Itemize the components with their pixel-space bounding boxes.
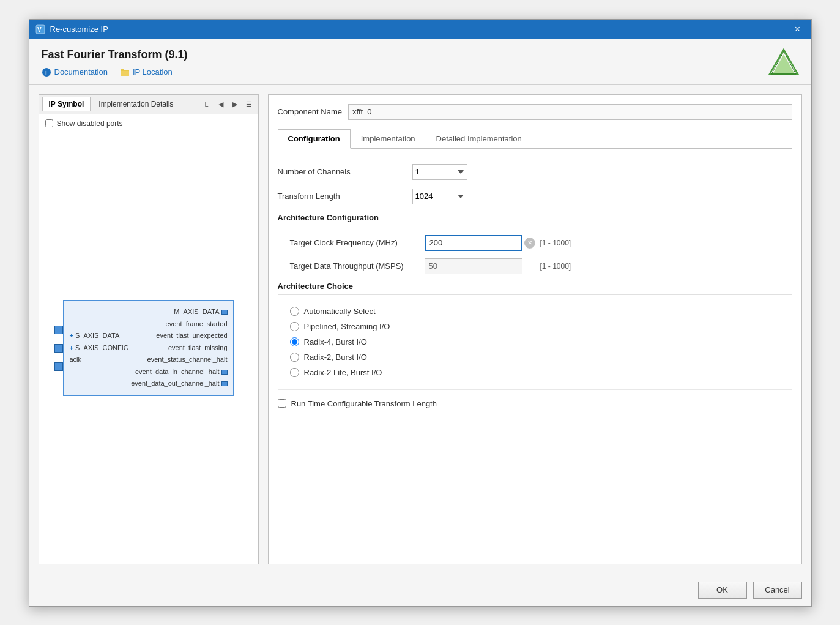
- component-name-input[interactable]: [348, 104, 792, 120]
- port-aclk: aclk: [70, 354, 82, 365]
- radio-radix4-label[interactable]: Radix-4, Burst I/O: [304, 337, 367, 346]
- title-bar-left: V Re-customize IP: [35, 24, 108, 34]
- target-clock-input[interactable]: [425, 235, 522, 251]
- header-area: Fast Fourier Transform (9.1) i Documenta…: [29, 39, 811, 85]
- panel-tab-icons: L ◀ ▶ ☰: [201, 98, 255, 110]
- radio-auto-label[interactable]: Automatically Select: [304, 307, 376, 316]
- bottom-bar: OK Cancel: [29, 574, 811, 606]
- ip-row-data-in: event_data_in_channel_halt: [67, 366, 230, 378]
- port-conn-data-out: [221, 381, 228, 386]
- transform-length-label: Transform Length: [278, 192, 412, 201]
- tab-implementation-details[interactable]: Implementation Details: [92, 97, 180, 111]
- radio-auto: Automatically Select: [278, 304, 792, 319]
- radio-radix2-label[interactable]: Radix-2, Burst I/O: [304, 353, 367, 362]
- port-event-status: event_status_channel_halt: [147, 354, 228, 365]
- radio-radix2-input[interactable]: [290, 353, 299, 362]
- runtime-config-row: Run Time Configurable Transform Length: [278, 389, 792, 411]
- runtime-config-checkbox[interactable]: [278, 399, 286, 408]
- radio-pipelined-label[interactable]: Pipelined, Streaming I/O: [304, 322, 390, 331]
- nav-menu-icon[interactable]: ☰: [243, 98, 255, 110]
- tab-configuration[interactable]: Configuration: [278, 129, 351, 149]
- svg-rect-5: [121, 71, 129, 76]
- header-left: Fast Fourier Transform (9.1) i Documenta…: [42, 48, 188, 84]
- radio-radix2lite-input[interactable]: [290, 368, 299, 377]
- close-button[interactable]: ×: [790, 22, 805, 37]
- tab-implementation[interactable]: Implementation: [351, 129, 426, 149]
- radio-radix2lite: Radix-2 Lite, Burst I/O: [278, 365, 792, 380]
- arch-choice-title: Architecture Choice: [278, 282, 792, 295]
- documentation-link[interactable]: i Documentation: [42, 67, 108, 77]
- radio-radix4-input[interactable]: [290, 337, 299, 346]
- right-panel: Component Name Configuration Implementat…: [268, 94, 802, 564]
- channels-row: Number of Channels 1 2 4 8: [278, 164, 792, 180]
- plus-s-axis-config: +: [70, 343, 73, 354]
- component-name-row: Component Name: [278, 104, 792, 120]
- show-disabled-row: Show disabled ports: [39, 114, 258, 133]
- left-connectors: [54, 326, 63, 371]
- ip-row-s-axis-data: + S_AXIS_DATA event_tlast_unexpected: [67, 330, 230, 342]
- port-conn-m-axis: [221, 310, 228, 315]
- radio-radix4: Radix-4, Burst I/O: [278, 334, 792, 350]
- folder-icon: [120, 67, 130, 77]
- port-s-axis-config: S_AXIS_CONFIG: [75, 343, 128, 354]
- main-content: IP Symbol Implementation Details L ◀ ▶ ☰…: [29, 85, 811, 574]
- ip-symbol-area: M_AXIS_DATA event_frame_started: [39, 133, 258, 564]
- svg-text:i: i: [45, 69, 47, 76]
- target-clock-range: [1 - 1000]: [540, 239, 571, 247]
- port-event-tlast-unexp: event_tlast_unexpected: [156, 331, 227, 342]
- radio-pipelined-input[interactable]: [290, 322, 299, 331]
- arch-config-title: Architecture Configuration: [278, 213, 792, 226]
- ip-block: M_AXIS_DATA event_frame_started: [63, 300, 234, 396]
- svg-rect-6: [121, 69, 124, 71]
- radio-auto-input[interactable]: [290, 307, 299, 316]
- nav-left-icon[interactable]: L: [201, 98, 213, 110]
- target-clock-clear[interactable]: ✕: [524, 238, 535, 249]
- port-conn-data-in: [221, 370, 228, 375]
- left-panel: IP Symbol Implementation Details L ◀ ▶ ☰…: [39, 94, 259, 564]
- radio-radix2: Radix-2, Burst I/O: [278, 350, 792, 365]
- target-throughput-input[interactable]: [425, 258, 522, 274]
- title-bar: V Re-customize IP ×: [29, 20, 811, 39]
- nav-prev-icon[interactable]: ◀: [215, 98, 227, 110]
- arch-choice-section: Architecture Choice Automatically Select…: [278, 282, 792, 380]
- radio-radix2lite-label[interactable]: Radix-2 Lite, Burst I/O: [304, 368, 382, 377]
- ip-row-s-axis-config: + S_AXIS_CONFIG event_tlast_missing: [67, 342, 230, 354]
- config-content: Number of Channels 1 2 4 8 Transform Len…: [278, 161, 792, 414]
- info-icon: i: [42, 67, 51, 77]
- show-disabled-checkbox[interactable]: [45, 119, 53, 127]
- cancel-button[interactable]: Cancel: [753, 582, 802, 599]
- ip-row-data-out: event_data_out_channel_halt: [67, 378, 230, 390]
- app-title: Fast Fourier Transform (9.1): [42, 48, 188, 61]
- port-event-frame: event_frame_started: [166, 319, 228, 330]
- header-links: i Documentation IP Location: [42, 67, 188, 84]
- transform-length-row: Transform Length 64 128 256 512 1024 204…: [278, 189, 792, 204]
- ip-location-link[interactable]: IP Location: [120, 67, 173, 77]
- target-throughput-label: Target Data Throughput (MSPS): [278, 261, 425, 271]
- ip-row-aclk: aclk event_status_channel_halt: [67, 354, 230, 366]
- window-title: Re-customize IP: [50, 24, 108, 34]
- show-disabled-label[interactable]: Show disabled ports: [57, 119, 123, 128]
- ip-block-content: M_AXIS_DATA event_frame_started: [67, 306, 230, 390]
- port-event-tlast-miss: event_tlast_missing: [168, 343, 228, 354]
- nav-next-icon[interactable]: ▶: [229, 98, 241, 110]
- channels-label: Number of Channels: [278, 167, 412, 176]
- target-clock-row: Target Clock Frequency (MHz) ✕ [1 - 1000…: [278, 235, 792, 251]
- ip-row-frame: event_frame_started: [67, 318, 230, 331]
- transform-length-select[interactable]: 64 128 256 512 1024 2048 4096 8192 16384…: [412, 189, 467, 204]
- channels-select[interactable]: 1 2 4 8: [412, 164, 467, 180]
- port-m-axis-data: M_AXIS_DATA: [174, 307, 219, 318]
- target-throughput-range: [1 - 1000]: [540, 262, 571, 271]
- ip-row-m-axis: M_AXIS_DATA: [67, 306, 230, 318]
- config-tabs: Configuration Implementation Detailed Im…: [278, 129, 792, 149]
- connector-block-2: [54, 344, 63, 353]
- left-panel-tabs: IP Symbol Implementation Details L ◀ ▶ ☰: [39, 95, 258, 114]
- runtime-config-label[interactable]: Run Time Configurable Transform Length: [291, 399, 437, 408]
- main-window: V Re-customize IP × Fast Fourier Transfo…: [29, 19, 812, 607]
- connector-block-3: [54, 362, 63, 371]
- port-event-data-out: event_data_out_channel_halt: [131, 378, 219, 389]
- radio-pipelined: Pipelined, Streaming I/O: [278, 319, 792, 334]
- ok-button[interactable]: OK: [698, 582, 747, 599]
- connector-block-1: [54, 326, 63, 334]
- tab-detailed-implementation[interactable]: Detailed Implementation: [426, 129, 532, 149]
- tab-ip-symbol[interactable]: IP Symbol: [42, 97, 91, 111]
